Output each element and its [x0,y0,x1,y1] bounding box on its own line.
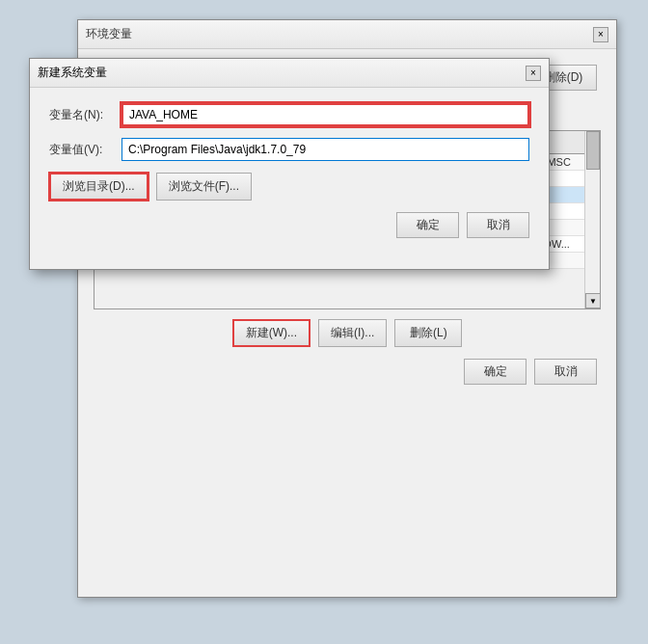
var-value-input[interactable] [122,138,529,161]
new-var-dialog: 新建系统变量 × 变量名(N): 变量值(V): 浏览目录(D)... 浏览文件… [29,58,550,270]
scrollbar-down-arrow[interactable]: ▼ [585,293,601,309]
new-var-cancel-button[interactable]: 取消 [467,212,529,238]
lower-delete-button[interactable]: 删除(L) [394,319,462,347]
lower-new-button[interactable]: 新建(W)... [232,319,310,347]
new-var-titlebar: 新建系统变量 × [30,59,549,88]
scrollbar-thumb[interactable] [586,131,600,170]
env-dialog-titlebar: 环境变量 × [78,20,616,49]
var-value-label: 变量值(V): [49,142,122,158]
browse-file-button[interactable]: 浏览文件(F)... [156,173,252,201]
new-var-body: 变量名(N): 变量值(V): 浏览目录(D)... 浏览文件(F)... [30,88,549,212]
new-var-bottom-row: 确定 取消 [30,212,549,250]
new-var-close-button[interactable]: × [526,66,541,81]
env-dialog-title: 环境变量 [86,26,132,42]
env-dialog-close-button[interactable]: × [593,27,608,42]
var-name-label: 变量名(N): [49,107,122,123]
new-var-dialog-title: 新建系统变量 [38,65,107,81]
var-value-row: 变量值(V): [49,138,529,161]
browse-dir-button[interactable]: 浏览目录(D)... [49,173,148,201]
scrollbar-track[interactable]: ▼ [584,131,600,309]
lower-btn-row: 新建(W)... 编辑(I)... 删除(L) [94,319,601,347]
env-bottom-row: 确定 取消 [94,359,601,385]
var-name-input[interactable] [122,103,529,126]
browse-btn-row: 浏览目录(D)... 浏览文件(F)... [49,173,529,201]
new-var-confirm-button[interactable]: 确定 [396,212,459,238]
env-confirm-button[interactable]: 确定 [464,359,526,385]
lower-edit-button[interactable]: 编辑(I)... [318,319,387,347]
var-name-row: 变量名(N): [49,103,529,126]
env-cancel-button[interactable]: 取消 [534,359,597,385]
